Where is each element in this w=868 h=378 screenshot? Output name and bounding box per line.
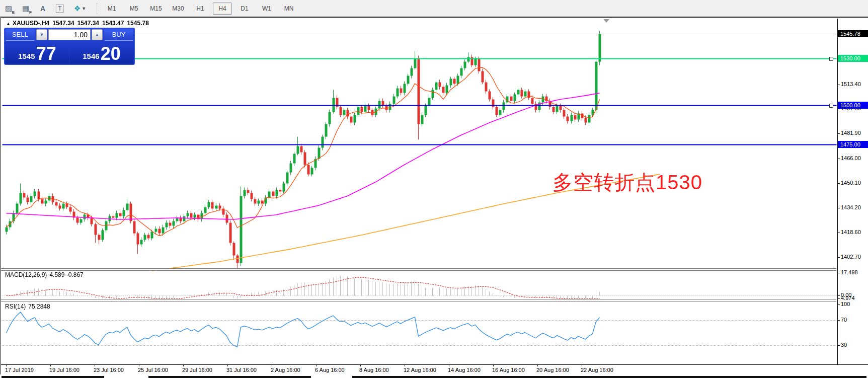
time-tick <box>582 365 582 366</box>
axis-tick <box>838 295 840 296</box>
date-label: 14 Aug 16:00 <box>448 367 481 373</box>
date-label: 22 Aug 16:00 <box>581 367 613 373</box>
volume-decrease-button[interactable]: ▼ <box>36 29 47 40</box>
arrow-styles-icon[interactable]: ❖ ▼ <box>69 2 91 15</box>
volume-input[interactable]: 1.00 <box>48 29 91 40</box>
text-box-icon[interactable]: T <box>52 2 67 15</box>
rsi-name: RSI(14) <box>5 303 26 310</box>
sell-price-display[interactable]: 1545 77 <box>6 42 69 63</box>
date-label: 25 Jul 16:00 <box>138 367 168 373</box>
price-tick-label: 1418.60 <box>841 229 861 235</box>
price-axis[interactable]: 1545.78 1530.00 1500.00 1475.00 1513.401… <box>838 18 868 365</box>
price-annotation-text[interactable]: 多空转折点1530 <box>553 169 702 196</box>
time-tick <box>272 365 272 366</box>
date-label: 8 Aug 16:00 <box>359 367 389 373</box>
timeframe-m1-button[interactable]: M1 <box>102 3 121 15</box>
indicators-e-glyph: ▨ <box>5 4 12 13</box>
axis-tick <box>838 298 840 299</box>
time-tick <box>360 365 361 366</box>
axis-tick <box>838 273 840 273</box>
time-tick <box>227 365 228 366</box>
timeframe-m5-button[interactable]: M5 <box>124 3 143 15</box>
text-label-icon[interactable]: A <box>35 2 50 15</box>
macd-pane-separator[interactable] <box>1 268 836 271</box>
timeframe-mn-button[interactable]: MN <box>279 3 298 15</box>
timeframe-h1-button[interactable]: H1 <box>191 3 210 15</box>
date-label: 17 Jul 2019 <box>5 367 34 373</box>
grid-f-glyph: ▦ <box>22 4 29 13</box>
current-price-badge: 1545.78 <box>838 30 868 37</box>
chart-shift-marker-icon[interactable] <box>603 19 609 23</box>
buy-button[interactable]: BUY <box>104 29 133 41</box>
axis-tick <box>838 208 840 208</box>
timeframe-w1-button[interactable]: W1 <box>257 3 276 15</box>
buy-price-pips: 20 <box>101 44 121 63</box>
indicators-e-icon[interactable]: ▨ E <box>1 2 16 15</box>
time-tick <box>405 365 405 366</box>
timeframe-h4-button[interactable]: H4 <box>213 3 232 15</box>
text-label-glyph: A <box>40 5 45 13</box>
time-tick <box>449 365 449 366</box>
sell-button[interactable]: SELL <box>6 29 35 41</box>
price-tick-label: 1402.70 <box>841 254 861 260</box>
timeframe-d1-button[interactable]: D1 <box>235 3 254 15</box>
trade-panel-top-row: SELL ▼ 1.00 ▲ BUY <box>5 28 134 41</box>
dropdown-caret-icon: ▼ <box>82 6 86 11</box>
time-tick <box>50 365 51 366</box>
hline-1500-badge: 1500.00 <box>838 102 868 109</box>
rsi-value: 75.2848 <box>28 303 50 310</box>
macd-axis-current-label: 4.974 <box>841 295 855 301</box>
rsi-axis-70-label: 70 <box>841 317 847 323</box>
rsi-label: RSI(14)75.2848 <box>5 303 53 310</box>
sell-price-main: 1545 <box>18 52 35 60</box>
toolbar-separator <box>97 3 98 14</box>
rsi-pane-separator[interactable] <box>1 299 836 301</box>
date-label: 23 Jul 16:00 <box>94 367 124 373</box>
ohlc-close: 1545.78 <box>127 20 148 27</box>
toolbar: ▨ E ▦ F A T ❖ ▼ M1M5M15M30H1H4D1W1MN <box>0 0 868 17</box>
date-label: 19 Jul 16:00 <box>49 367 80 373</box>
time-tick <box>316 365 317 366</box>
chart-title: ▲XAUUSD-,H41547.341547.341543.471545.78 <box>6 20 152 27</box>
date-label: 20 Aug 16:00 <box>536 367 569 373</box>
date-label: 6 Aug 16:00 <box>315 367 345 373</box>
text-box-glyph: T <box>56 5 63 13</box>
grid-f-icon[interactable]: ▦ F <box>18 2 33 15</box>
hline-1530-badge: 1530.00 <box>838 55 868 62</box>
hline-1475-badge: 1475.00 <box>838 141 868 148</box>
axis-tick <box>838 233 840 233</box>
time-axis[interactable]: 17 Jul 201919 Jul 16:0023 Jul 16:0025 Ju… <box>1 364 868 376</box>
date-label: 31 Jul 16:00 <box>226 367 257 373</box>
axis-tick <box>838 85 840 85</box>
axis-tick <box>838 257 840 258</box>
price-tick-label: 1466.00 <box>841 155 861 161</box>
time-tick <box>493 365 494 366</box>
price-chart-canvas[interactable] <box>1 18 868 375</box>
axis-tick <box>838 133 840 134</box>
ohlc-open: 1547.34 <box>52 20 74 27</box>
symbol-period: XAUUSD-,H4 <box>13 20 49 27</box>
timeframe-m30-button[interactable]: M30 <box>169 3 188 15</box>
axis-tick <box>838 305 840 305</box>
time-tick <box>139 365 139 366</box>
rsi-axis-30-label: 30 <box>841 342 847 348</box>
timeframe-buttons: M1M5M15M30H1H4D1W1MN <box>101 3 300 15</box>
buy-price-main: 1546 <box>83 52 99 60</box>
grid-f-sub: F <box>29 10 32 15</box>
time-tick <box>183 365 184 366</box>
macd-values: 4.589 -0.867 <box>49 271 83 278</box>
date-label: 2 Aug 16:00 <box>271 367 300 373</box>
axis-tick <box>838 109 840 109</box>
price-tick-label: 1481.90 <box>841 130 861 136</box>
date-label: 16 Aug 16:00 <box>492 367 525 373</box>
timeframe-m15-button[interactable]: M15 <box>146 3 166 15</box>
volume-increase-button[interactable]: ▲ <box>92 29 103 40</box>
arrow-styles-glyph: ❖ <box>74 4 81 13</box>
one-click-trade-panel: SELL ▼ 1.00 ▲ BUY 1545 77 1546 20 <box>4 28 135 65</box>
panel-collapse-arrow-icon[interactable]: ▲ <box>6 21 11 26</box>
date-label: 12 Aug 16:00 <box>404 367 436 373</box>
indicators-e-sub: E <box>12 10 15 15</box>
price-tick-label: 1434.20 <box>841 204 861 210</box>
ohlc-high: 1547.34 <box>77 20 99 27</box>
buy-price-display[interactable]: 1546 20 <box>70 42 133 63</box>
